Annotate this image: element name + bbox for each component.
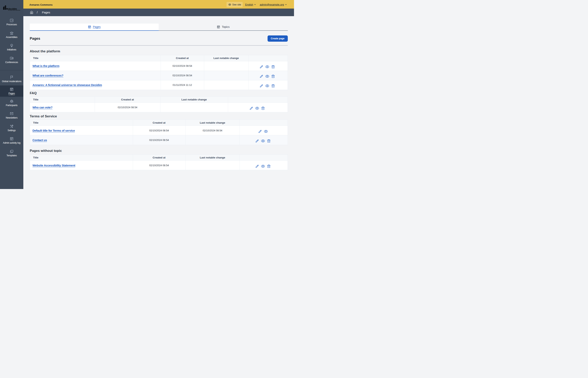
svg-text:free open-source democracy: free open-source democracy (8, 10, 20, 11)
